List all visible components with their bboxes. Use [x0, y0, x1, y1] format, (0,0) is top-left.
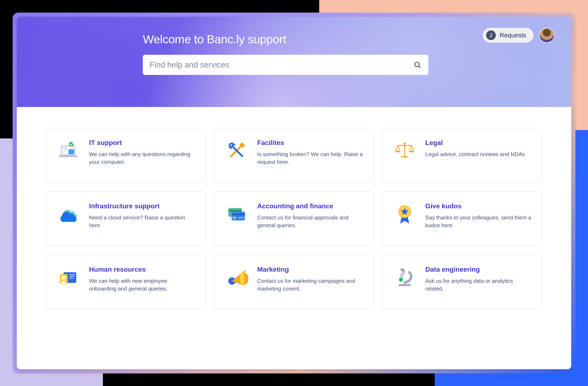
content-area: IT support We can help with any question… [17, 107, 571, 369]
card-title: Data engineering [425, 266, 532, 273]
svg-rect-19 [231, 212, 245, 220]
page-title: Welcome to Banc.ly support [143, 32, 428, 46]
card-marketing[interactable]: Marketing Contact us for marketing campa… [214, 255, 374, 309]
card-desc: Is something broken? We can help. Raise … [257, 150, 364, 166]
card-desc: We can help with any questions regarding… [89, 150, 196, 166]
card-desc: Legal advice, contract reviews and NDAs [425, 150, 532, 158]
card-desc: Need a cloud service? Raise a question h… [89, 214, 196, 229]
card-facilities[interactable]: Facilites Is something broken? We can he… [214, 128, 374, 183]
svg-rect-22 [239, 217, 244, 218]
svg-rect-5 [68, 149, 74, 154]
page-stage: 2 Requests Welcome to Banc.ly support [0, 0, 588, 386]
card-accounting[interactable]: Accounting and finance Contact us for fi… [214, 191, 374, 246]
svg-rect-8 [63, 151, 67, 152]
svg-rect-18 [228, 210, 242, 212]
svg-rect-3 [59, 155, 77, 157]
card-title: Infrastructure support [89, 202, 196, 210]
card-data-engineering[interactable]: Data engineering Ask us for anything dat… [382, 255, 542, 309]
card-desc: Contact us for financial approvals and g… [257, 214, 364, 229]
card-title: Human resources [89, 266, 196, 273]
award-ribbon-icon [392, 201, 417, 227]
svg-rect-28 [69, 278, 73, 279]
card-desc: We can help with new employee onboarding… [89, 277, 196, 293]
computer-check-icon [56, 138, 81, 163]
svg-rect-27 [69, 276, 75, 277]
scales-icon [392, 138, 417, 163]
top-right-controls: 2 Requests [483, 28, 554, 43]
id-card-icon [56, 265, 81, 290]
app-window: 2 Requests Welcome to Banc.ly support [17, 17, 571, 369]
search-icon [414, 61, 421, 69]
user-avatar[interactable] [539, 28, 554, 43]
svg-rect-21 [233, 217, 236, 219]
card-it-support[interactable]: IT support We can help with any question… [46, 128, 206, 183]
card-desc: Say thanks to your colleagues, send them… [425, 214, 532, 229]
credit-cards-icon [224, 201, 249, 227]
cloud-icon [56, 201, 81, 227]
card-title: Accounting and finance [257, 202, 364, 210]
requests-count-badge: 2 [486, 30, 496, 40]
gradient-frame: 2 Requests Welcome to Banc.ly support [13, 13, 575, 373]
category-grid: IT support We can help with any question… [46, 128, 542, 309]
svg-point-9 [69, 142, 74, 146]
svg-rect-20 [231, 213, 245, 215]
megaphone-icon [224, 265, 249, 290]
svg-rect-6 [63, 148, 67, 149]
microscope-icon [392, 265, 417, 290]
search-input[interactable] [143, 55, 428, 75]
requests-label: Requests [500, 32, 526, 39]
card-desc: Ask us for anything data or analytics re… [425, 277, 532, 293]
card-desc: Contact us for marketing campaigns and m… [257, 277, 364, 293]
svg-point-30 [62, 276, 65, 280]
card-hr[interactable]: Human resources We can help with new emp… [46, 255, 206, 309]
svg-point-37 [399, 278, 403, 282]
card-legal[interactable]: Legal Legal advice, contract reviews and… [382, 128, 542, 183]
tools-icon [224, 138, 249, 163]
svg-rect-26 [69, 274, 75, 275]
card-title: IT support [89, 139, 196, 147]
card-title: Give kudos [425, 202, 532, 210]
card-infrastructure[interactable]: Infrastructure support Need a cloud serv… [46, 191, 206, 246]
requests-button[interactable]: 2 Requests [483, 28, 533, 43]
card-title: Facilites [257, 139, 364, 147]
card-title: Legal [425, 139, 532, 147]
card-title: Marketing [257, 266, 364, 273]
svg-rect-7 [63, 150, 67, 150]
card-kudos[interactable]: Give kudos Say thanks to your colleagues… [382, 191, 542, 246]
svg-line-1 [419, 66, 420, 68]
svg-rect-14 [401, 156, 408, 157]
svg-point-16 [404, 143, 406, 145]
search-field-wrap [143, 55, 428, 75]
hero-banner: 2 Requests Welcome to Banc.ly support [17, 17, 571, 107]
